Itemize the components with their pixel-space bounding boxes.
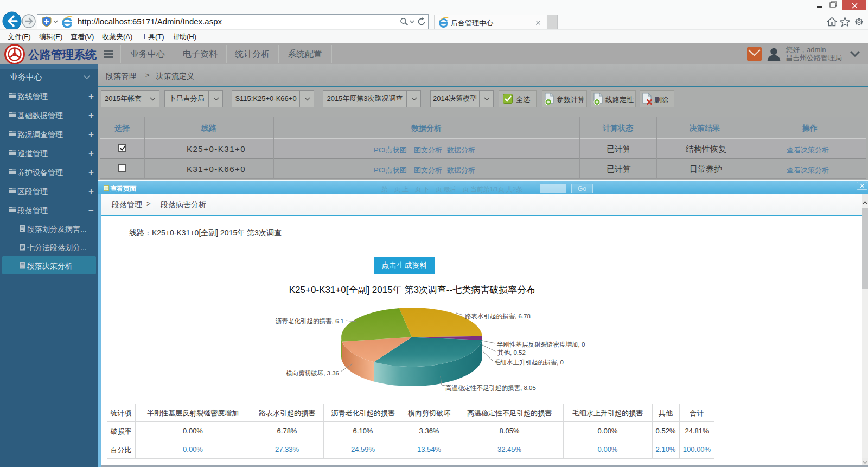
svg-text:横向剪切破坏, 3.36: 横向剪切破坏, 3.36 (286, 370, 339, 376)
svg-text:其他, 0.52: 其他, 0.52 (497, 349, 526, 356)
svg-text:沥青老化引起的损害, 6.1: 沥青老化引起的损害, 6.1 (275, 318, 344, 324)
svg-text:半刚性基层反射裂缝密度增加, 0: 半刚性基层反射裂缝密度增加, 0 (497, 341, 585, 348)
svg-text:路表水引起的损害, 6.78: 路表水引起的损害, 6.78 (465, 313, 531, 319)
svg-text:高温稳定性不足引起的损害, 8.05: 高温稳定性不足引起的损害, 8.05 (445, 385, 536, 391)
svg-text:毛细水上升引起的损害, 0: 毛细水上升引起的损害, 0 (494, 359, 564, 366)
